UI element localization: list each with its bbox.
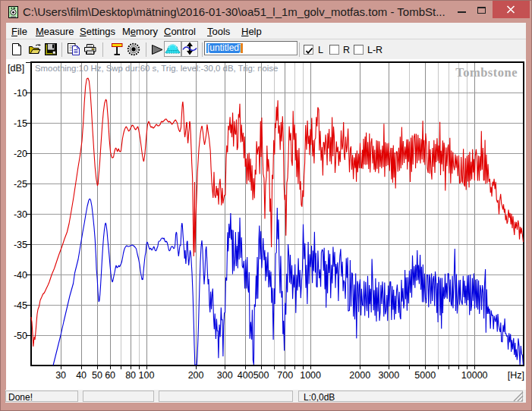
- svg-text:30: 30: [55, 370, 66, 381]
- svg-text:2000: 2000: [349, 370, 370, 381]
- svg-text:-35: -35: [14, 240, 27, 250]
- svg-text:80: 80: [125, 370, 136, 381]
- svg-text:-15: -15: [14, 118, 27, 129]
- svg-text:-10: -10: [14, 88, 27, 99]
- svg-text:-25: -25: [14, 179, 27, 190]
- svg-text:-40: -40: [14, 270, 27, 281]
- svg-text:60: 60: [105, 370, 115, 381]
- svg-text:-30: -30: [14, 209, 27, 220]
- svg-text:-45: -45: [14, 300, 27, 311]
- svg-text:3000: 3000: [378, 370, 399, 381]
- svg-text:500: 500: [253, 370, 269, 381]
- svg-text:[Hz]: [Hz]: [508, 370, 524, 381]
- svg-text:Tombstone: Tombstone: [455, 65, 518, 80]
- svg-text:Smoothing:10 Hz, Swp dur:60 s,: Smoothing:10 Hz, Swp dur:60 s, Trig. lev…: [35, 64, 278, 73]
- svg-text:400: 400: [238, 370, 253, 381]
- svg-text:[dB]: [dB]: [8, 63, 24, 74]
- svg-text:-20: -20: [14, 149, 27, 159]
- svg-text:300: 300: [217, 370, 233, 381]
- svg-text:-50: -50: [14, 331, 27, 341]
- svg-text:40: 40: [76, 370, 87, 381]
- svg-text:100: 100: [139, 370, 155, 381]
- svg-text:5000: 5000: [414, 370, 436, 381]
- svg-text:1000: 1000: [300, 370, 321, 381]
- svg-text:10000: 10000: [461, 370, 488, 381]
- svg-text:700: 700: [277, 370, 293, 381]
- svg-text:200: 200: [188, 370, 204, 381]
- svg-text:50: 50: [92, 370, 102, 381]
